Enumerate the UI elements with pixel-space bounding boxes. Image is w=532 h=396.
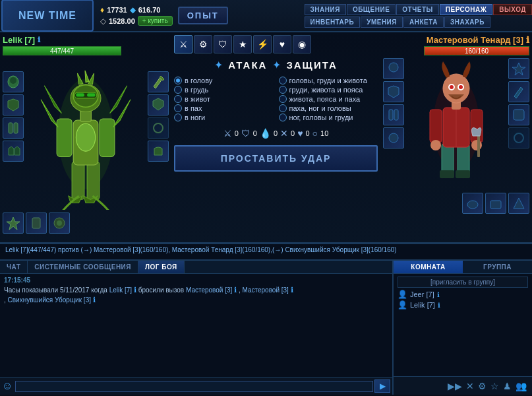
- hit-option-groin-legs-head[interactable]: паха, ног и головы: [279, 104, 378, 112]
- enemy-equip-slot-1[interactable]: [383, 58, 404, 79]
- room-tab-room[interactable]: КОМНАТА: [394, 261, 463, 273]
- radio-groin[interactable]: [174, 104, 182, 112]
- chat-send-button[interactable]: ▶: [374, 380, 390, 393]
- enemy-info-icon[interactable]: ℹ: [526, 35, 529, 45]
- nav-healer[interactable]: ЗНАХАРЬ: [444, 16, 490, 28]
- combat-tab-sword[interactable]: ⚔: [174, 35, 192, 53]
- equip-slot-head[interactable]: [3, 71, 24, 92]
- radio-chest[interactable]: [174, 86, 182, 94]
- status-icon-person[interactable]: ♟: [503, 381, 512, 391]
- room-player-jeer-info[interactable]: ℹ: [437, 291, 440, 298]
- blue-icon: ◆: [130, 5, 136, 15]
- svg-rect-43: [471, 110, 483, 143]
- enemy-equip-b3[interactable]: [508, 193, 529, 214]
- radio-belly-belt-groin[interactable]: [279, 95, 287, 103]
- chat-input-area: ☺ ▶: [0, 377, 392, 395]
- hit-option-chest-belly-belt[interactable]: груди, живота и пояса: [279, 86, 378, 94]
- equip-slot-shield[interactable]: [148, 94, 169, 116]
- equip-slot-weapon[interactable]: [148, 71, 169, 92]
- nav-skills[interactable]: УМЕНИЯ: [361, 16, 403, 28]
- equip-slot-gloves[interactable]: [148, 141, 169, 162]
- combat-tab-star[interactable]: ★: [233, 35, 252, 53]
- svg-rect-6: [87, 162, 100, 200]
- chat-tab-log[interactable]: ЛОГ БОЯ: [138, 261, 185, 273]
- invite-group-button[interactable]: [пригласить в группу]: [398, 277, 528, 288]
- enemy-equip-slot-3[interactable]: [383, 104, 404, 125]
- helmet-icon: [5, 74, 21, 90]
- svg-marker-25: [88, 73, 94, 84]
- radio-head[interactable]: [174, 77, 182, 84]
- hit-option-belly-belt-groin[interactable]: живота, пояса и паха: [279, 95, 378, 103]
- hit-option-chest-belly-head[interactable]: головы, груди и живота: [279, 77, 378, 84]
- strike-button[interactable]: ПРОСТАВИТЬ УДАР: [174, 145, 378, 172]
- player-info-icon[interactable]: ℹ: [38, 36, 40, 44]
- attack-defense-title: ✦ АТАКА ✦ ЗАЩИТА: [174, 59, 378, 71]
- status-icon-arrows[interactable]: ▶▶: [448, 381, 462, 391]
- hit-option-groin[interactable]: в пах: [174, 104, 274, 112]
- enemy-equip-r-slot-1[interactable]: [508, 58, 529, 79]
- equip-slot-legs[interactable]: [3, 117, 24, 139]
- stat-icon-sword: ⚔: [223, 128, 232, 139]
- room-player-lelik-info[interactable]: ℹ: [438, 302, 440, 309]
- enemy-equip-b1[interactable]: [462, 193, 483, 214]
- status-icon-gear[interactable]: ⚙: [478, 381, 487, 391]
- equip-slot-extra2[interactable]: [26, 213, 47, 234]
- nav-character[interactable]: ПЕРСОНАЖ: [440, 4, 493, 15]
- nav-communication[interactable]: ОБЩЕНИЕ: [347, 4, 396, 15]
- enemy-equip-slot-4[interactable]: [383, 127, 404, 148]
- bottom-section: ЧАТ СИСТЕМНЫЕ СООБЩЕНИЯ ЛОГ БОЯ 17:15:45…: [0, 261, 532, 395]
- room-content: [пригласить в группу] 👤 Jeer [7] ℹ 👤 Lel…: [394, 274, 532, 376]
- radio-legs-head-chest[interactable]: [279, 114, 287, 121]
- enemy-equip-r-slot-2[interactable]: [508, 81, 529, 102]
- status-icon-x[interactable]: ✕: [466, 381, 474, 391]
- radio-legs[interactable]: [174, 114, 182, 121]
- radio-chest-belly-belt[interactable]: [279, 86, 287, 94]
- enemy-equip-slot-2[interactable]: [383, 81, 404, 102]
- middle-panel: ⚔ ⚙ 🛡 ★ ⚡ ♥ ◉ ✦ АТАКА ✦ ЗАЩИТА в голову …: [171, 32, 380, 242]
- combat-tab-shield[interactable]: 🛡: [214, 35, 232, 53]
- stat-icon-heart: ♥: [297, 128, 303, 139]
- nav-profile[interactable]: АНКЕТА: [403, 16, 444, 28]
- nav-top-row: ЗНАНИЯ ОБЩЕНИЕ ОТЧЕТЫ ПЕРСОНАЖ ВЫХОД: [305, 4, 532, 15]
- equip-slot-ring[interactable]: [148, 117, 169, 139]
- equip-slot-extra3[interactable]: [49, 213, 70, 234]
- radio-chest-belly-head[interactable]: [279, 77, 287, 84]
- hit-option-belly[interactable]: в живот: [174, 95, 274, 103]
- chat-input[interactable]: [15, 381, 373, 392]
- hit-option-legs[interactable]: в ноги: [174, 114, 274, 121]
- radio-belly[interactable]: [174, 95, 182, 103]
- combat-tab-eye[interactable]: ◉: [293, 35, 311, 53]
- chat-tab-system[interactable]: СИСТЕМНЫЕ СООБЩЕНИЯ: [28, 261, 138, 273]
- logo-area[interactable]: new time: [1, 0, 94, 32]
- nav-exit[interactable]: ВЫХОД: [493, 4, 532, 15]
- buy-button[interactable]: + купить: [138, 16, 173, 26]
- status-icon-group[interactable]: 👥: [516, 381, 527, 391]
- combat-tab-bolt[interactable]: ⚡: [253, 35, 272, 53]
- chat-msg-icon2: ℹ: [234, 285, 237, 295]
- player-sprite: [26, 58, 145, 210]
- nav-reports[interactable]: ОТЧЕТЫ: [396, 4, 438, 15]
- hit-option-legs-head-chest[interactable]: ног, головы и груди: [279, 114, 378, 121]
- hit-option-chest[interactable]: в грудь: [174, 86, 274, 94]
- chat-msg-icon1: ℹ: [134, 285, 136, 295]
- svg-rect-42: [430, 110, 442, 143]
- radio-groin-legs-head[interactable]: [279, 104, 287, 112]
- chat-msg-text2: бросили вызов: [138, 286, 186, 294]
- status-icon-star[interactable]: ☆: [490, 381, 499, 391]
- hit-option-head[interactable]: в голову: [174, 77, 274, 84]
- combat-tab-heart[interactable]: ♥: [273, 35, 291, 53]
- enemy-equip-b2[interactable]: [485, 193, 506, 214]
- chat-smiley-icon[interactable]: ☺: [2, 380, 13, 392]
- equip-slot-boots[interactable]: [3, 141, 24, 162]
- combat-tab-gear[interactable]: ⚙: [194, 35, 212, 53]
- room-tab-group[interactable]: ГРУППА: [463, 261, 532, 273]
- nav-inventory[interactable]: ИНВЕНТАРЬ: [305, 16, 361, 28]
- enemy-equip-icon-3: [386, 107, 401, 123]
- equip-slot-armor[interactable]: [3, 94, 24, 116]
- nav-knowledge[interactable]: ЗНАНИЯ: [305, 4, 346, 15]
- enemy-equip-r-slot-3[interactable]: [508, 104, 529, 125]
- chat-tab-chat[interactable]: ЧАТ: [0, 261, 28, 273]
- stat-val-3: 0: [291, 129, 295, 137]
- enemy-equip-r-slot-4[interactable]: [508, 127, 529, 148]
- hit-label-legs-head-chest: ног, головы и груди: [289, 114, 353, 121]
